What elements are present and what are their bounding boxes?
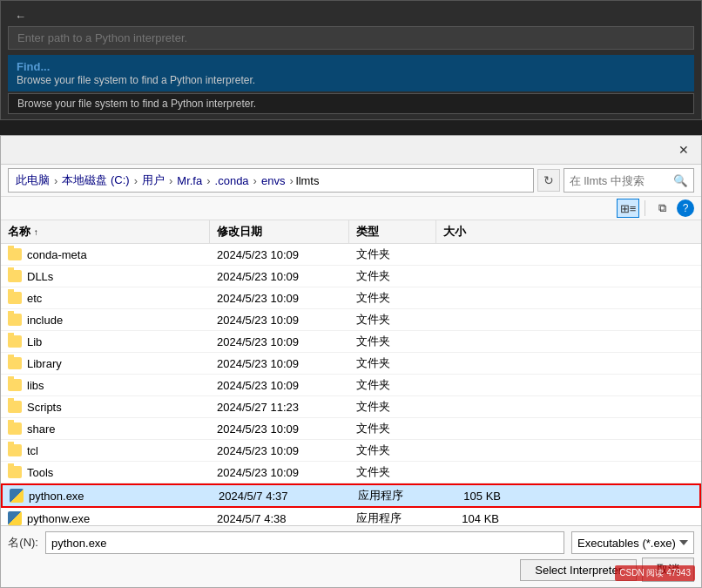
file-name-cell: etc (1, 289, 210, 308)
file-name: Scripts (27, 401, 62, 414)
table-row[interactable]: Scripts 2024/5/27 11:23 文件夹 (1, 396, 701, 418)
back-button[interactable]: ← (8, 6, 694, 26)
file-size-cell (436, 470, 506, 475)
vscode-interpreter-panel: ← Find... Browse your file system to fin… (0, 0, 702, 120)
folder-icon (8, 248, 22, 260)
folder-icon (8, 444, 22, 456)
file-size-cell (436, 426, 506, 431)
file-name: Lib (27, 335, 42, 348)
interpreter-path-input[interactable] (8, 26, 694, 50)
back-icon: ← (15, 10, 26, 23)
filename-row: 名(N): Executables (*.exe)All Files (*.*) (8, 531, 694, 554)
table-row[interactable]: DLLs 2024/5/23 10:09 文件夹 (1, 266, 701, 287)
find-desc: Browse your file system to find a Python… (17, 74, 255, 86)
table-row[interactable]: python.exe 2024/5/7 4:37 应用程序 105 KB (1, 483, 701, 508)
file-type-cell: 文件夹 (349, 375, 436, 395)
filename-label: 名(N): (8, 535, 38, 551)
file-name: tcl (27, 444, 38, 457)
file-name: etc (27, 292, 42, 305)
search-box: 🔍 (564, 168, 694, 193)
tooltip-text: Browse your file system to find a Python… (8, 93, 694, 114)
dialog-bottom: 名(N): Executables (*.exe)All Files (*.*)… (1, 525, 701, 587)
file-type-cell: 文件夹 (349, 266, 436, 287)
file-name-cell: Lib (1, 333, 210, 351)
table-row[interactable]: tcl 2024/5/23 10:09 文件夹 (1, 440, 701, 462)
table-row[interactable]: share 2024/5/23 10:09 文件夹 (1, 418, 701, 440)
file-date-cell: 2024/5/23 10:09 (210, 246, 349, 264)
file-name: pythonw.exe (27, 512, 90, 525)
breadcrumb-envs[interactable]: envs (260, 173, 287, 188)
file-type-cell: 文件夹 (349, 462, 436, 483)
file-list-header: 名称 ↑ 修改日期 类型 大小 (1, 220, 701, 244)
table-row[interactable]: pythonw.exe 2024/5/7 4:38 应用程序 104 KB (1, 508, 701, 525)
breadcrumb-conda[interactable]: .conda (213, 173, 251, 188)
breadcrumb-user[interactable]: Mr.fa (175, 173, 204, 188)
file-rows-container: conda-meta 2024/5/23 10:09 文件夹 DLLs 2024… (1, 244, 701, 525)
folder-icon (8, 335, 22, 348)
file-type-cell: 文件夹 (349, 287, 436, 308)
file-size-cell: 104 KB (436, 510, 506, 526)
file-name-cell: Scripts (1, 398, 210, 416)
file-date-cell: 2024/5/23 10:09 (210, 311, 349, 329)
file-date-cell: 2024/5/23 10:09 (210, 289, 349, 308)
table-row[interactable]: Lib 2024/5/23 10:09 文件夹 (1, 331, 701, 353)
file-name: include (27, 314, 63, 327)
file-type-cell: 文件夹 (349, 244, 436, 265)
file-date-cell: 2024/5/23 10:09 (210, 267, 349, 286)
file-name: python.exe (29, 490, 84, 503)
folder-icon (8, 466, 22, 478)
file-size-cell (436, 361, 506, 366)
breadcrumb: 此电脑 › 本地磁盘 (C:) › 用户 › Mr.fa › .conda › … (8, 168, 534, 193)
file-name: conda-meta (27, 248, 87, 261)
breadcrumb-drive[interactable]: 本地磁盘 (C:) (60, 172, 131, 189)
buttons-row: Select Interpreter 取消 (8, 558, 694, 582)
help-button[interactable]: ? (677, 199, 694, 217)
file-name: share (27, 422, 56, 436)
file-type-cell: 文件夹 (349, 418, 436, 439)
table-row[interactable]: conda-meta 2024/5/23 10:09 文件夹 (1, 244, 701, 266)
folder-icon (8, 379, 22, 391)
table-row[interactable]: libs 2024/5/23 10:09 文件夹 (1, 375, 701, 396)
file-size-cell (436, 448, 506, 453)
breadcrumb-current: llmts (296, 174, 320, 187)
folder-icon (8, 270, 22, 282)
file-size-cell (436, 274, 506, 279)
file-name-cell: pythonw.exe (1, 509, 210, 525)
filename-input[interactable] (45, 531, 564, 554)
folder-icon (8, 357, 22, 369)
find-option[interactable]: Find... Browse your file system to find … (8, 55, 694, 91)
dialog-toolbar: ⊞≡ ⧉ ? (1, 197, 701, 220)
column-date[interactable]: 修改日期 (210, 220, 349, 243)
search-button[interactable]: 🔍 (669, 169, 692, 192)
file-type-cell: 文件夹 (349, 309, 436, 330)
column-size[interactable]: 大小 (436, 220, 506, 243)
breadcrumb-users[interactable]: 用户 (140, 172, 166, 189)
file-list: 名称 ↑ 修改日期 类型 大小 conda-meta 2024/5/23 10:… (1, 220, 701, 525)
view-details-button[interactable]: ⊞≡ (617, 199, 639, 218)
table-row[interactable]: etc 2024/5/23 10:09 文件夹 (1, 287, 701, 309)
close-button[interactable]: ✕ (673, 139, 694, 160)
file-size-cell (436, 382, 506, 388)
filetype-select[interactable]: Executables (*.exe)All Files (*.*) (571, 531, 694, 554)
file-name: libs (27, 379, 44, 392)
file-size-cell (436, 317, 506, 322)
refresh-button[interactable]: ↻ (537, 169, 560, 192)
file-date-cell: 2024/5/23 10:09 (210, 355, 349, 373)
table-row[interactable]: Tools 2024/5/23 10:09 文件夹 (1, 462, 701, 483)
file-date-cell: 2024/5/23 10:09 (210, 442, 349, 460)
python-icon (8, 511, 22, 525)
preview-pane-button[interactable]: ⧉ (651, 199, 673, 218)
address-bar: 此电脑 › 本地磁盘 (C:) › 用户 › Mr.fa › .conda › … (1, 165, 701, 197)
folder-icon (8, 314, 22, 326)
column-name[interactable]: 名称 ↑ (1, 220, 210, 243)
breadcrumb-pc[interactable]: 此电脑 (14, 172, 51, 189)
file-dialog: ✕ 此电脑 › 本地磁盘 (C:) › 用户 › Mr.fa › .conda … (0, 135, 702, 588)
column-type[interactable]: 类型 (349, 220, 436, 243)
table-row[interactable]: include 2024/5/23 10:09 文件夹 (1, 309, 701, 331)
python-icon (10, 489, 24, 503)
search-input[interactable] (564, 172, 669, 189)
file-name-cell: tcl (1, 442, 210, 460)
file-date-cell: 2024/5/27 11:23 (210, 398, 349, 416)
table-row[interactable]: Library 2024/5/23 10:09 文件夹 (1, 353, 701, 375)
file-name-cell: share (1, 420, 210, 438)
